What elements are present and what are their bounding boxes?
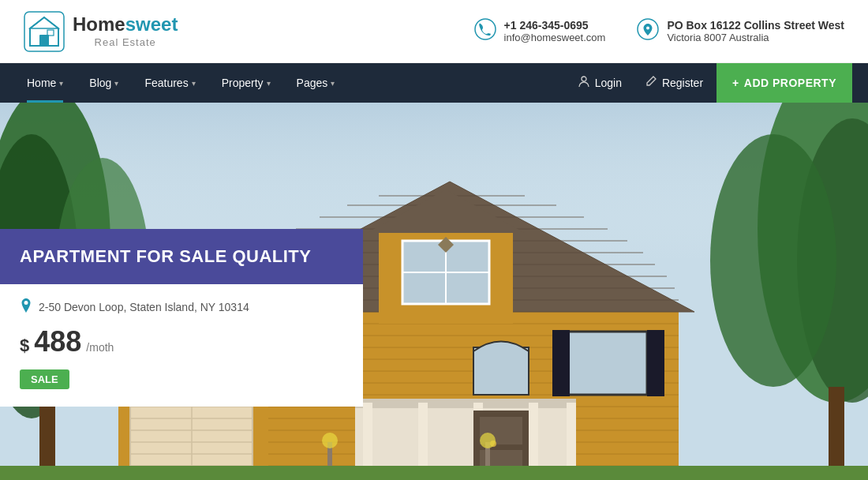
- phone-number: +1 246-345-0695: [504, 19, 606, 32]
- svg-rect-86: [0, 466, 868, 480]
- login-button[interactable]: Login: [568, 63, 631, 103]
- nav-item-blog[interactable]: Blog ▾: [78, 63, 129, 103]
- add-property-button[interactable]: + ADD PROPERTY: [716, 63, 852, 103]
- svg-rect-66: [647, 330, 664, 396]
- property-title: APARTMENT FOR SALE QUALITY: [20, 246, 343, 267]
- chevron-down-icon: ▾: [267, 79, 271, 88]
- logo-subtitle: Real Estate: [73, 36, 178, 49]
- sale-badge: SALE: [20, 369, 69, 389]
- logo-area[interactable]: Homesweet Real Estate: [24, 11, 178, 52]
- nav-item-home[interactable]: Home ▾: [16, 63, 74, 103]
- user-icon: [578, 75, 590, 91]
- email-address: info@homesweet.com: [504, 32, 606, 43]
- address-text: 2-50 Devon Loop, Staten Island, NY 10314: [39, 301, 249, 313]
- pencil-icon: [645, 75, 657, 91]
- property-price: $ 488 /moth: [20, 325, 343, 358]
- nav-item-pages[interactable]: Pages ▾: [286, 63, 346, 103]
- location-icon: [20, 298, 32, 316]
- phone-contact: +1 246-345-0695 info@homesweet.com: [474, 18, 606, 45]
- svg-rect-4: [47, 30, 54, 36]
- login-label: Login: [595, 77, 622, 89]
- chevron-down-icon: ▾: [59, 79, 63, 88]
- address-details: PO Box 16122 Collins Street West Victori…: [667, 19, 844, 43]
- address-contact: PO Box 16122 Collins Street West Victori…: [637, 18, 844, 45]
- property-title-bar: APARTMENT FOR SALE QUALITY: [0, 229, 363, 284]
- address-line2: Victoria 8007 Australia: [667, 32, 844, 43]
- property-address: 2-50 Devon Loop, Staten Island, NY 10314: [20, 298, 343, 316]
- svg-rect-67: [473, 347, 529, 395]
- logo-home-text: Home: [73, 13, 125, 35]
- logo-text: Homesweet Real Estate: [73, 13, 178, 48]
- svg-marker-2: [30, 17, 58, 28]
- address-line1: PO Box 16122 Collins Street West: [667, 19, 844, 32]
- phone-details: +1 246-345-0695 info@homesweet.com: [504, 19, 606, 43]
- svg-point-17: [710, 134, 836, 387]
- nav-item-property[interactable]: Property ▾: [211, 63, 282, 103]
- chevron-down-icon: ▾: [331, 79, 335, 88]
- price-symbol: $: [20, 336, 29, 356]
- add-property-label: ADD PROPERTY: [744, 77, 836, 89]
- register-label: Register: [662, 77, 703, 89]
- nav-bar: Home ▾ Blog ▾ Features ▾ Property ▾ Page…: [0, 63, 868, 103]
- price-amount: 488: [34, 325, 81, 358]
- svg-rect-62: [568, 332, 647, 395]
- svg-point-85: [480, 433, 496, 448]
- contact-area: +1 246-345-0695 info@homesweet.com PO Bo…: [474, 18, 844, 45]
- logo-icon: [24, 11, 65, 52]
- address-icon: [637, 18, 659, 45]
- plus-icon: +: [732, 77, 739, 89]
- svg-point-7: [582, 77, 586, 81]
- nav-item-features[interactable]: Features ▾: [133, 63, 206, 103]
- svg-point-83: [322, 433, 338, 448]
- chevron-down-icon: ▾: [114, 79, 118, 88]
- top-bar: Homesweet Real Estate +1 246-345-0695 in…: [0, 0, 868, 63]
- register-button[interactable]: Register: [635, 63, 713, 103]
- property-body: 2-50 Devon Loop, Staten Island, NY 10314…: [0, 284, 363, 407]
- svg-rect-3: [39, 35, 49, 46]
- svg-point-6: [638, 19, 658, 39]
- price-period: /moth: [86, 341, 114, 354]
- logo-sweet-text: sweet: [125, 13, 178, 35]
- chevron-down-icon: ▾: [192, 79, 196, 88]
- property-card: APARTMENT FOR SALE QUALITY 2-50 Devon Lo…: [0, 229, 363, 407]
- nav-right: Login Register + ADD PROPERTY: [568, 63, 852, 103]
- svg-point-5: [475, 19, 496, 39]
- hero-section: APARTMENT FOR SALE QUALITY 2-50 Devon Lo…: [0, 103, 868, 480]
- svg-rect-65: [552, 330, 570, 396]
- nav-left: Home ▾ Blog ▾ Features ▾ Property ▾ Page…: [16, 63, 346, 103]
- svg-rect-69: [355, 399, 576, 408]
- phone-icon: [474, 18, 496, 45]
